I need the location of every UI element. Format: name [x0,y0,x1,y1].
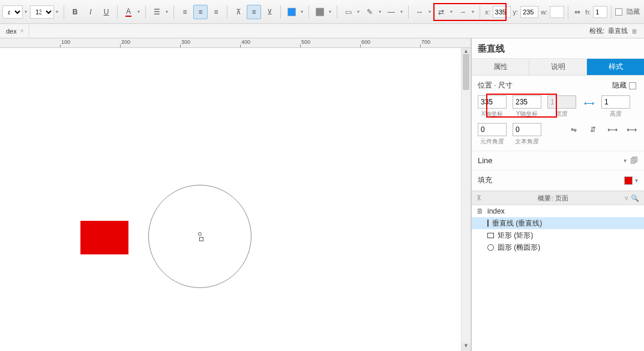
section-position-size: 位置 · 尺寸 隐藏 X轴坐标 Y轴坐标 宽度 [472,76,644,151]
document-tabbar: dex × 检视: 垂直线 🗎 [0,24,644,38]
font-family-select[interactable]: al [2,5,23,19]
y-input[interactable] [520,6,538,18]
arrow-mid-dd-icon[interactable]: ▾ [448,5,454,19]
lock-aspect-icon[interactable]: ⇔ [572,5,583,19]
outline-item-line[interactable]: 垂直线 (垂直线) [472,217,644,229]
h-input[interactable] [593,6,607,18]
inspector-tabs: 属性 说明 样式 [472,59,644,76]
outline-item-rect[interactable]: 矩形 (矩形) [472,229,644,241]
outline-page-node[interactable]: 🗎 index [472,205,644,217]
bullets-dd-icon[interactable]: ▾ [164,5,170,19]
outline-search-icon[interactable]: 🔍 [630,194,640,202]
outline-item-label: 圆形 (椭圆形) [498,242,540,253]
pos-y-input[interactable] [513,95,541,109]
ellipse-icon [487,244,494,251]
align-center-button[interactable]: ≡ [193,5,208,19]
arrow-end-dd-icon[interactable]: ▾ [470,5,476,19]
line-copy-icon[interactable]: 🗐 [630,156,638,165]
lock-aspect-button[interactable]: ⟷ [582,97,595,110]
rect-icon [487,233,494,238]
fit-height-icon[interactable]: ⟷ [625,123,638,136]
canvas[interactable] [0,48,461,351]
new-page-icon[interactable]: 🗎 [631,28,638,35]
tab-properties[interactable]: 属性 [472,59,529,75]
hidden-checkbox[interactable] [615,8,622,16]
arrow-end-button[interactable]: → [456,5,470,19]
inspector-header-object: 垂直线 [608,26,628,35]
bullets-button[interactable]: ☰ [149,5,164,19]
arrow-start-dd-icon[interactable]: ▾ [427,5,433,19]
fit-width-icon[interactable]: ⟷ [606,123,619,136]
italic-button[interactable]: I [83,5,98,19]
outline-item-ellipse[interactable]: 圆形 (椭圆形) [472,241,644,253]
pos-hidden-label: 隐藏 [612,80,627,91]
shape-rectangle[interactable] [80,221,128,254]
hidden-label: 隐藏 [627,7,640,16]
fill-label: 填充 [478,175,492,185]
pos-x-sublabel: X轴坐标 [481,110,504,118]
arrow-mid-button[interactable]: ⇄ [434,5,448,19]
pos-hidden-checkbox[interactable] [629,82,636,89]
text-color-dd-icon[interactable]: ▾ [136,5,142,19]
scroll-thumb[interactable] [463,54,469,90]
outline-item-label: 垂直线 (垂直线) [492,218,542,229]
flip-v-icon[interactable]: ⇵ [586,123,600,136]
font-family-dd-icon[interactable]: ▾ [23,5,29,19]
arrow-start-button[interactable]: ↔ [412,5,427,19]
angle-text-sublabel: 文本角度 [515,137,539,146]
w-label: w: [541,8,547,16]
fill-color-button[interactable] [284,5,299,19]
line-weight-button[interactable]: — [384,5,399,19]
outline-pin-icon[interactable]: ⊼ [475,194,483,202]
tab-style[interactable]: 样式 [587,59,644,75]
vertical-scrollbar[interactable]: ▲ ▼ [461,48,471,351]
page-tab-label: dex [6,28,17,35]
x-label: x: [485,8,490,16]
page-tab-index[interactable]: dex × [0,24,29,38]
align-left-button[interactable]: ≡ [178,5,192,19]
fill-dd-icon[interactable]: ▾ [299,5,305,19]
text-color-button[interactable]: A [121,5,136,19]
inspector-header-prefix: 检视: [589,26,604,35]
selection-handle-square[interactable] [199,237,203,241]
valign-bottom-button[interactable]: ⊻ [262,5,277,19]
close-tab-icon[interactable]: × [20,28,24,34]
outline-filter-icon[interactable]: ▿ [624,194,630,202]
w-input[interactable] [550,6,564,18]
underline-button[interactable]: U [99,5,113,19]
font-size-dd-icon[interactable]: ▾ [54,5,60,19]
canvas-area: 100200300400500600700 ▲ ▼ [0,38,471,351]
pos-x-input[interactable] [478,95,507,109]
line-options-dd-icon[interactable]: ▾ [624,157,627,164]
bold-button[interactable]: B [68,5,82,19]
flip-h-icon[interactable]: ⇋ [567,123,580,136]
pos-h-input[interactable] [601,95,630,109]
tab-notes[interactable]: 说明 [529,59,587,75]
line-icon [487,220,489,227]
font-size-select[interactable]: 13 [30,5,54,19]
angle-text-input[interactable] [513,123,541,136]
selection-handle-dot[interactable] [198,232,202,236]
inspector-panel: 垂直线 属性 说明 样式 位置 · 尺寸 隐藏 X轴坐标 [471,38,644,351]
h-label: h: [585,8,591,16]
align-right-button[interactable]: ≡ [209,5,223,19]
valign-middle-button[interactable]: ≡ [247,5,261,19]
outline-item-label: 矩形 (矩形) [498,230,533,241]
border-style-button[interactable]: ▭ [341,5,355,19]
line-pencil-button[interactable]: ✎ [363,5,377,19]
line-color-dd-icon[interactable]: ▾ [327,5,333,19]
fill-dd-icon[interactable]: ▾ [635,177,638,184]
pos-size-label: 位置 · 尺寸 [478,80,513,91]
ruler-horizontal: 100200300400500600700 [0,38,471,48]
scroll-down-icon[interactable]: ▼ [462,343,471,351]
angle-element-input[interactable] [478,123,507,136]
border-style-dd-icon[interactable]: ▾ [355,5,361,19]
line-weight-dd-icon[interactable]: ▾ [399,5,405,19]
outline-tree: 🗎 index 垂直线 (垂直线) 矩形 (矩形) 圆形 (椭圆形) [472,205,644,351]
line-color-button[interactable] [313,5,327,19]
fill-swatch[interactable] [624,176,633,185]
shape-ellipse[interactable] [148,185,251,288]
line-pencil-dd-icon[interactable]: ▾ [377,5,383,19]
valign-top-button[interactable]: ⊼ [231,5,245,19]
x-input[interactable] [493,6,511,18]
